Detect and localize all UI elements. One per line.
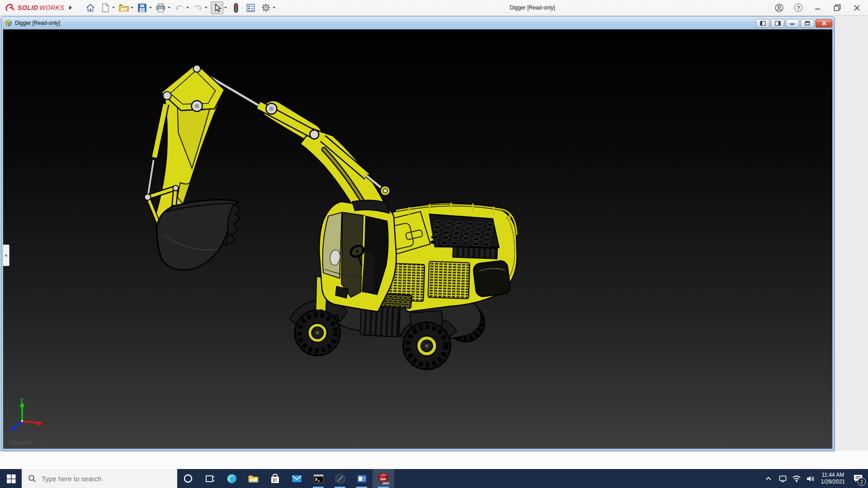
pane-right-button[interactable] <box>771 19 784 28</box>
mail-icon <box>291 473 302 484</box>
open-caret[interactable] <box>131 7 133 9</box>
print-caret[interactable] <box>168 7 170 9</box>
taskbar-search[interactable] <box>22 469 177 488</box>
open-button[interactable] <box>118 2 130 14</box>
file-properties-button[interactable] <box>245 2 257 14</box>
speaker-icon <box>806 475 815 483</box>
minimize-button[interactable] <box>813 3 823 13</box>
toolbar-expand-icon[interactable] <box>69 5 72 10</box>
taskbar-app-terminal[interactable] <box>307 469 329 488</box>
tray-volume-button[interactable] <box>804 469 818 488</box>
pane-right-icon <box>775 21 781 26</box>
start-button[interactable] <box>0 469 22 488</box>
graphics-viewport[interactable]: Y X *Dimetric <box>3 29 832 449</box>
undo-caret[interactable] <box>186 7 189 9</box>
clock-time: 11:44 AM <box>821 472 845 479</box>
doc-close-button[interactable] <box>816 19 832 28</box>
bucket <box>157 200 241 270</box>
select-cursor-icon <box>212 3 222 13</box>
select-button[interactable] <box>211 1 223 14</box>
document-window-controls <box>755 19 832 28</box>
account-button[interactable] <box>774 3 784 13</box>
tray-wifi-button[interactable] <box>790 469 804 488</box>
x-axis-arrow <box>37 421 43 426</box>
options-caret[interactable] <box>273 7 275 9</box>
solidworks-logo: SOLIDWORKS <box>5 3 65 13</box>
document-titlebar[interactable]: Digger [Read-only] <box>1 17 834 29</box>
redo-caret[interactable] <box>205 7 208 9</box>
search-icon <box>28 474 36 483</box>
wheel-front-left <box>295 310 340 356</box>
print-icon <box>156 3 166 13</box>
windows-taskbar: SW 2021 <box>0 469 868 488</box>
help-button[interactable]: ? <box>793 3 803 13</box>
rebuild-traffic-light-icon <box>232 3 240 13</box>
open-icon <box>118 3 129 13</box>
restore-icon <box>834 4 841 11</box>
feature-manager-collapsed-tab[interactable] <box>3 244 9 266</box>
cortana-button[interactable] <box>177 469 199 488</box>
select-caret[interactable] <box>224 7 227 9</box>
view-orientation-label: *Dimetric <box>9 440 33 446</box>
doc-restore-icon <box>805 21 810 26</box>
save-caret[interactable] <box>149 7 152 9</box>
restore-button[interactable] <box>832 3 842 13</box>
tray-chevron-button[interactable] <box>762 469 776 488</box>
taskbar-app-solidworks[interactable]: SW 2021 <box>373 469 394 488</box>
new-document-caret[interactable] <box>112 7 115 9</box>
search-input[interactable] <box>41 474 165 483</box>
options-button[interactable] <box>260 2 272 14</box>
taskbar-app-store[interactable] <box>264 469 286 488</box>
edge-icon <box>226 473 237 484</box>
app-window-icon <box>356 473 368 484</box>
taskbar-app-edge[interactable] <box>221 469 242 488</box>
doc-restore-button[interactable] <box>801 19 814 28</box>
taskbar-clock[interactable]: 11:44 AM 1/29/2021 <box>818 472 848 485</box>
redo-icon <box>193 3 203 12</box>
sw-year: 2021 <box>382 482 390 485</box>
app-window-title: Digger [Read-only] <box>477 0 588 15</box>
rebuild-button[interactable] <box>230 2 242 14</box>
windows-logo-icon <box>6 474 16 483</box>
x-axis-label: X <box>45 421 48 427</box>
undo-icon <box>175 3 184 12</box>
gear-icon <box>261 3 271 13</box>
quick-access-toolbar <box>85 1 278 14</box>
action-center-button[interactable]: 2 <box>848 469 868 488</box>
task-view-icon <box>205 474 215 483</box>
task-view-button[interactable] <box>199 469 221 488</box>
undo-button[interactable] <box>174 2 185 14</box>
home-button[interactable] <box>85 2 96 14</box>
taskbar-app-mail[interactable] <box>286 469 307 488</box>
solidworks-logo-icon <box>5 3 16 13</box>
print-button[interactable] <box>155 2 167 14</box>
document-window: Digger [Read-only] <box>1 16 835 451</box>
minimize-icon <box>815 5 821 11</box>
app-titlebar: SOLIDWORKS <box>0 0 868 16</box>
y-axis-label: Y <box>20 398 24 403</box>
store-icon <box>269 473 281 484</box>
orientation-triad: Y X <box>8 398 51 435</box>
tray-display-button[interactable] <box>776 469 790 488</box>
pane-left-button[interactable] <box>756 19 769 28</box>
close-icon <box>854 5 860 11</box>
taskbar-app-file-explorer[interactable] <box>242 469 264 488</box>
notification-badge: 2 <box>858 478 866 486</box>
redo-button[interactable] <box>192 2 204 14</box>
help-icon: ? <box>794 4 802 12</box>
doc-minimize-button[interactable] <box>786 19 799 28</box>
file-properties-icon <box>246 3 255 13</box>
taskbar-app-dev-tool[interactable] <box>329 469 351 488</box>
doc-close-icon <box>821 21 827 26</box>
sw-label: SW <box>380 477 386 481</box>
save-button[interactable] <box>137 2 148 14</box>
close-button[interactable] <box>852 3 862 13</box>
taskbar-app-window[interactable] <box>351 469 373 488</box>
cortana-icon <box>183 474 193 483</box>
brand-works: WORKS <box>39 4 64 11</box>
doc-minimize-icon <box>790 21 795 25</box>
account-icon <box>775 4 783 12</box>
brand-solid: SOLID <box>18 4 38 11</box>
new-document-button[interactable] <box>99 2 111 14</box>
display-icon <box>778 475 787 483</box>
